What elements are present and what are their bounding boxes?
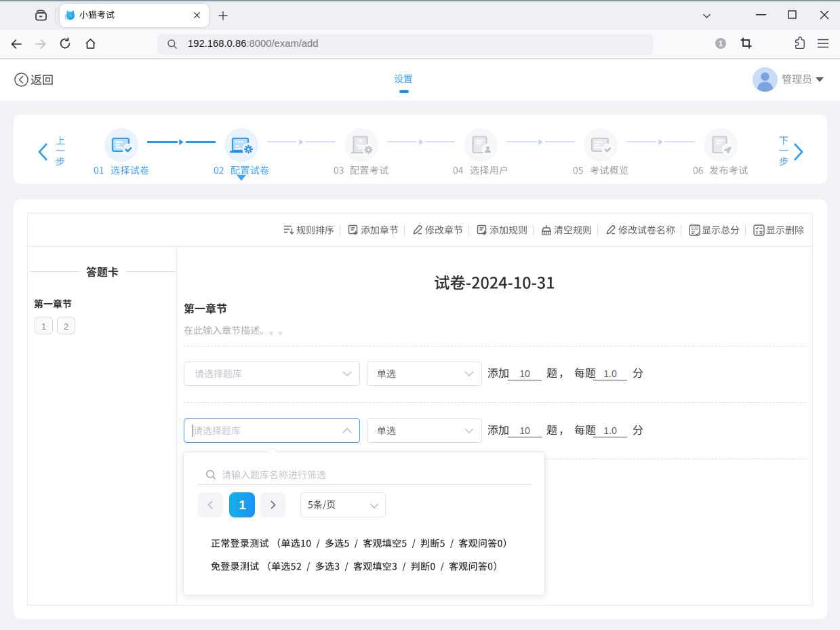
svg-text:100: 100: [691, 226, 698, 231]
svg-text:1: 1: [719, 39, 723, 47]
